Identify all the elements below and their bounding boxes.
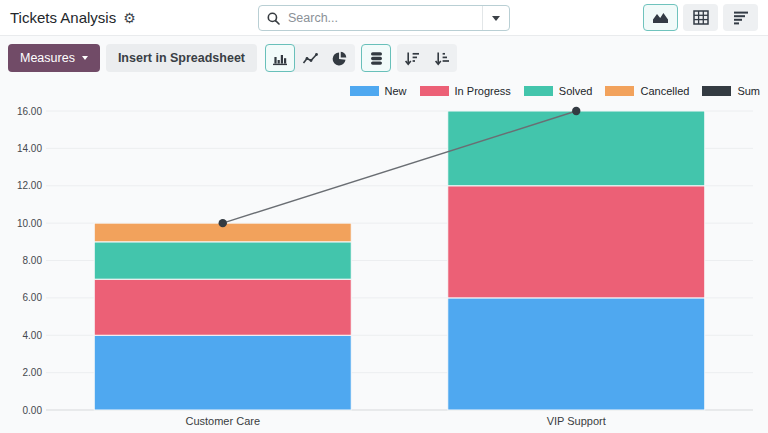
legend-label: New	[385, 85, 407, 97]
legend-item[interactable]: Sum	[702, 85, 760, 97]
breadcrumb: Tickets Analysis ⚙	[10, 9, 136, 26]
legend-item[interactable]: Cancelled	[605, 85, 689, 97]
legend-swatch	[420, 86, 449, 96]
bar-segment-solved[interactable]	[448, 111, 705, 186]
legend-item[interactable]: New	[350, 85, 407, 97]
legend-swatch	[524, 86, 553, 96]
legend-item[interactable]: Solved	[524, 85, 593, 97]
sort-descending-button[interactable]	[397, 44, 427, 72]
legend-swatch	[605, 86, 634, 96]
search-input[interactable]	[286, 10, 482, 26]
bar-segment-new[interactable]	[448, 298, 705, 410]
y-axis-tick-label: 10.00	[17, 218, 42, 229]
graph-view-button[interactable]	[643, 4, 678, 31]
line-chart-icon	[302, 51, 318, 66]
y-axis-tick-label: 14.00	[17, 143, 42, 154]
search-icon	[267, 12, 280, 25]
sum-point[interactable]	[572, 107, 580, 115]
pivot-view-button[interactable]	[683, 4, 718, 31]
y-axis-tick-label: 2.00	[23, 367, 43, 378]
stacked-bar-chart: NewIn ProgressSolvedCancelledSum 0.002.0…	[0, 80, 768, 433]
pie-chart-button[interactable]	[325, 44, 355, 72]
y-axis-tick-label: 6.00	[23, 292, 43, 303]
sort-desc-icon	[404, 51, 420, 66]
y-axis-tick-label: 16.00	[17, 106, 42, 117]
sort-asc-icon	[434, 51, 450, 66]
list-view-icon	[733, 10, 749, 25]
area-chart-view-icon	[652, 10, 669, 25]
legend-swatch	[702, 86, 731, 96]
legend-label: In Progress	[455, 85, 511, 97]
sort-group	[397, 44, 457, 72]
insert-in-spreadsheet-button[interactable]: Insert in Spreadsheet	[106, 44, 257, 72]
y-axis-tick-label: 0.00	[23, 405, 43, 416]
measures-button[interactable]: Measures	[8, 44, 100, 72]
line-chart-button[interactable]	[295, 44, 325, 72]
measures-label: Measures	[20, 51, 75, 65]
stacked-icon	[369, 51, 384, 66]
list-view-button[interactable]	[723, 4, 758, 31]
caret-down-icon	[82, 56, 88, 60]
x-axis-category-label: VIP Support	[547, 415, 606, 427]
legend-swatch	[350, 86, 379, 96]
bar-segment-in-progress[interactable]	[94, 279, 351, 335]
bar-chart-icon	[272, 51, 288, 66]
stacked-toggle-button[interactable]	[361, 44, 391, 72]
top-navbar: Tickets Analysis ⚙	[0, 0, 768, 36]
legend-label: Solved	[559, 85, 593, 97]
view-switcher	[643, 4, 758, 31]
page-title: Tickets Analysis	[10, 9, 116, 26]
graph-control-panel: Measures Insert in Spreadsheet	[0, 36, 768, 80]
y-axis-tick-label: 8.00	[23, 255, 43, 266]
chart-type-group	[265, 44, 355, 72]
search-dropdown-toggle[interactable]	[482, 6, 509, 30]
y-axis-tick-label: 12.00	[17, 180, 42, 191]
chart-plot[interactable]: 0.002.004.006.008.0010.0012.0014.0016.00…	[0, 80, 768, 433]
bar-segment-solved[interactable]	[94, 242, 351, 279]
bar-chart-button[interactable]	[265, 44, 295, 72]
sum-point[interactable]	[219, 219, 227, 227]
y-axis-tick-label: 4.00	[23, 330, 43, 341]
pivot-view-icon	[693, 10, 709, 25]
legend-label: Sum	[737, 85, 760, 97]
search-bar[interactable]	[258, 5, 510, 31]
bar-segment-in-progress[interactable]	[448, 186, 705, 298]
chart-legend: NewIn ProgressSolvedCancelledSum	[350, 85, 760, 97]
sort-ascending-button[interactable]	[427, 44, 457, 72]
x-axis-category-label: Customer Care	[185, 415, 260, 427]
legend-item[interactable]: In Progress	[420, 85, 511, 97]
gear-icon[interactable]: ⚙	[123, 11, 136, 25]
caret-down-icon	[492, 16, 500, 21]
bar-segment-new[interactable]	[94, 335, 351, 410]
legend-label: Cancelled	[640, 85, 689, 97]
tickets-analysis-page: { "app": { "title": "Tickets Analysis" }…	[0, 0, 768, 433]
pie-chart-icon	[332, 51, 348, 66]
